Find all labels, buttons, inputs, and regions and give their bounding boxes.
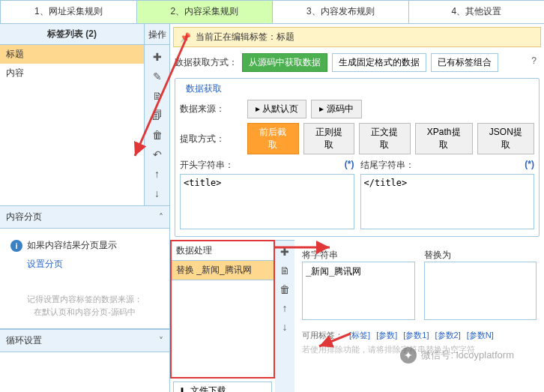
tag-label[interactable]: [标签] bbox=[349, 330, 370, 341]
dp-down-icon[interactable]: ↓ bbox=[277, 319, 292, 334]
end-str-label: 结尾字符串： bbox=[360, 159, 414, 172]
extract-cut[interactable]: 前后截取 bbox=[247, 123, 299, 154]
extract-regex[interactable]: 正则提取 bbox=[303, 123, 355, 154]
data-process-box: 数据处理 替换 _新闻_腾讯网 bbox=[170, 240, 275, 379]
replace-to-input[interactable] bbox=[424, 262, 537, 320]
source-default-page[interactable]: ▸ 从默认页 bbox=[247, 100, 306, 118]
tag-item-title[interactable]: 标题 bbox=[0, 45, 144, 64]
tag-param2[interactable]: [参数2] bbox=[435, 330, 460, 341]
method-from-source[interactable]: 从源码中获取数据 bbox=[242, 53, 327, 72]
down-icon[interactable]: ↓ bbox=[150, 186, 165, 201]
tag-ops-column: ✚ ✎ 🗎 🗐 🗑 ↶ ↑ ↓ bbox=[144, 45, 169, 205]
tab-content-rules[interactable]: 2、内容采集规则 bbox=[136, 0, 273, 23]
editing-tag-text: 当前正在编辑标签：标题 bbox=[196, 31, 294, 43]
available-tags-label: 可用标签： bbox=[302, 330, 343, 341]
tag-ops-header: 操作 bbox=[144, 24, 169, 44]
delete-icon[interactable]: 🗑 bbox=[150, 127, 165, 142]
extract-body[interactable]: 正文提取 bbox=[359, 123, 411, 154]
right-panel: 📌 当前正在编辑标签：标题 ? 数据获取方式： 从源码中获取数据 生成固定格式的… bbox=[170, 24, 544, 392]
tag-list-title: 标签列表 (2) bbox=[0, 28, 144, 40]
extract-json[interactable]: JSON提取 bbox=[477, 123, 534, 154]
start-str-label: 开头字符串： bbox=[180, 159, 234, 172]
tab-publish-rules[interactable]: 3、内容发布规则 bbox=[272, 0, 409, 23]
tab-other-settings[interactable]: 4、其他设置 bbox=[408, 0, 545, 23]
extract-xpath[interactable]: XPath提取 bbox=[415, 123, 473, 154]
dp-rule-replace[interactable]: 替换 _新闻_腾讯网 bbox=[172, 261, 273, 280]
pagination-info: 如果内容结果分页显示 bbox=[27, 239, 117, 252]
wildcard-icon[interactable]: (*) bbox=[525, 159, 534, 172]
start-str-input[interactable] bbox=[180, 174, 354, 229]
left-panel: 标签列表 (2) 操作 标题 内容 ✚ ✎ 🗎 🗐 🗑 ↶ ↑ ↓ 内容分页 ˄ bbox=[0, 24, 170, 392]
extract-label: 提取方式： bbox=[180, 133, 243, 145]
chevron-down-icon: ˅ bbox=[159, 336, 163, 346]
replace-from-input[interactable] bbox=[302, 262, 415, 320]
undo-icon[interactable]: ↶ bbox=[150, 147, 165, 162]
dp-ops-column: ✚ 🗎 🗑 ↑ ↓ bbox=[275, 240, 294, 392]
source-label: 数据来源： bbox=[180, 103, 243, 115]
hint-text: 若使用排除功能，请将排除字符串替换为空字符 bbox=[302, 344, 537, 355]
tag-param1[interactable]: [参数1] bbox=[403, 330, 429, 341]
up-icon[interactable]: ↑ bbox=[150, 166, 165, 181]
tag-item-content[interactable]: 内容 bbox=[0, 64, 144, 82]
chevron-up-icon: ˄ bbox=[159, 212, 163, 223]
copy-icon[interactable]: 🗎 bbox=[150, 88, 165, 103]
dp-up-icon[interactable]: ↑ bbox=[277, 301, 292, 316]
method-label: 数据获取方式： bbox=[175, 56, 238, 69]
file-download-button[interactable]: ⬇文件下载 bbox=[173, 382, 272, 392]
tag-param[interactable]: [参数] bbox=[376, 330, 397, 341]
content-page-header[interactable]: 内容分页 ˄ bbox=[0, 206, 169, 229]
wildcard-icon[interactable]: (*) bbox=[345, 159, 354, 172]
dp-copy-icon[interactable]: 🗎 bbox=[277, 263, 292, 278]
help-icon[interactable]: ? bbox=[531, 55, 537, 66]
method-fixed-format[interactable]: 生成固定格式的数据 bbox=[332, 53, 426, 72]
replace-from-label: 将字符串 bbox=[302, 249, 415, 262]
tag-list: 标题 内容 bbox=[0, 45, 144, 205]
set-pagination-link[interactable]: 设置分页 bbox=[27, 258, 159, 271]
dp-rule-list[interactable] bbox=[172, 280, 273, 377]
data-acquire-title: 数据获取 bbox=[183, 82, 225, 95]
dp-delete-icon[interactable]: 🗑 bbox=[277, 282, 292, 297]
paste-icon[interactable]: 🗐 bbox=[150, 108, 165, 123]
end-str-input[interactable] bbox=[360, 174, 535, 229]
note-text: 记得设置内容标签的数据来源： 在默认页和内容分页-源码中 bbox=[10, 293, 159, 318]
pin-icon: 📌 bbox=[180, 32, 191, 43]
edit-icon[interactable]: ✎ bbox=[150, 69, 165, 84]
loop-header[interactable]: 循环设置 ˅ bbox=[0, 330, 169, 352]
editing-tag-bar: 📌 当前正在编辑标签：标题 bbox=[173, 27, 541, 47]
source-in-source[interactable]: ▸ 源码中 bbox=[311, 100, 361, 118]
replace-to-label: 替换为 bbox=[424, 249, 537, 262]
data-process-title: 数据处理 bbox=[172, 241, 273, 261]
tag-paramN[interactable]: [参数N] bbox=[467, 330, 494, 341]
tab-url-rules[interactable]: 1、网址采集规则 bbox=[0, 0, 137, 23]
step-tabs: 1、网址采集规则 2、内容采集规则 3、内容发布规则 4、其他设置 bbox=[0, 0, 544, 24]
info-icon: i bbox=[10, 240, 22, 252]
method-tag-combo[interactable]: 已有标签组合 bbox=[431, 53, 498, 72]
add-icon[interactable]: ✚ bbox=[150, 49, 165, 64]
dp-add-icon[interactable]: ✚ bbox=[277, 244, 292, 259]
